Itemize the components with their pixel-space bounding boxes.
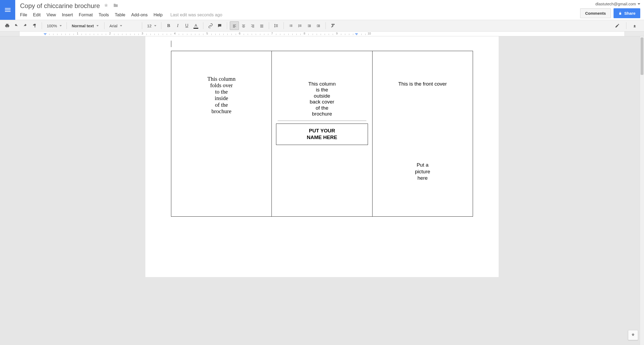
clear-formatting-button[interactable] [328,21,337,30]
text-cursor [171,41,171,47]
align-center-button[interactable] [239,21,248,30]
collapse-toolbar-button[interactable] [630,21,639,30]
insert-link-button[interactable] [206,21,215,30]
brochure-panel-3[interactable]: This is the front cover Put apicturehere [373,51,473,216]
brochure-panel-1[interactable]: This columnfolds overto theinsideof theb… [171,51,272,216]
ruler-number: 5 [206,32,208,35]
account-dropdown-icon [638,3,640,5]
menu-format[interactable]: Format [76,12,96,17]
menu-help[interactable]: Help [151,12,166,17]
print-button[interactable] [3,21,12,30]
document-title[interactable]: Copy of chiccarine brochure [20,2,100,10]
toolbar: 100% Normal text Arial 12 B I U A [0,20,644,32]
panel2-name-box[interactable]: PUT YOURNAME HERE [276,124,368,145]
last-edit-label[interactable]: Last edit was seconds ago [170,12,222,17]
account-email[interactable]: dlastutech@gmail.com [595,2,640,6]
ruler-left-indent-marker[interactable] [44,33,47,35]
bold-button[interactable]: B [164,21,173,30]
panel2-text[interactable]: This columnis theoutsideback coverof the… [276,81,368,117]
menu-table[interactable]: Table [112,12,128,17]
explore-button[interactable] [628,330,638,340]
editing-mode-button[interactable] [613,21,622,30]
panel2-divider [278,121,366,121]
docs-home-button[interactable] [0,0,15,20]
svg-point-1 [298,25,299,26]
menu-bar: File Edit View Insert Format Tools Table… [20,11,580,19]
ruler-number: 7 [271,32,273,35]
font-family-value: Arial [109,24,117,28]
document-page[interactable]: This columnfolds overto theinsideof theb… [145,36,499,277]
italic-button[interactable]: I [173,21,182,30]
bulleted-list-button[interactable] [296,21,305,30]
panel3-title[interactable]: This is the front cover [376,81,469,87]
ruler-number: 6 [239,32,240,35]
increase-indent-button[interactable] [314,21,323,30]
ruler-right-indent-marker[interactable] [355,33,358,35]
panel3-picture-placeholder[interactable]: Put apicturehere [376,162,469,182]
share-label: Share [624,11,635,16]
align-right-button[interactable] [248,21,257,30]
menu-addons[interactable]: Add-ons [128,12,150,17]
menu-view[interactable]: View [44,12,59,17]
ruler-number: 1 [77,32,78,35]
ruler-number: 8 [304,32,305,35]
align-left-button[interactable] [230,21,239,30]
ruler-number: 10 [368,32,371,35]
ruler-number: 9 [336,32,337,35]
insert-comment-button[interactable] [215,21,224,30]
undo-button[interactable] [12,21,21,30]
paragraph-style-select[interactable]: Normal text [69,21,102,30]
brochure-panel-2[interactable]: This columnis theoutsideback coverof the… [272,51,372,216]
ruler-number: 2 [109,32,111,35]
underline-button[interactable]: U [182,21,191,30]
svg-point-2 [298,26,299,27]
paint-format-button[interactable] [30,21,39,30]
font-size-value: 12 [147,24,152,28]
menu-tools[interactable]: Tools [96,12,112,17]
account-area: dlastutech@gmail.com Comments Share [580,0,644,20]
brochure-table[interactable]: This columnfolds overto theinsideof theb… [171,51,473,217]
vertical-scrollbar[interactable] [640,36,644,345]
ruler-number: 3 [142,32,143,35]
numbered-list-button[interactable] [286,21,296,30]
horizontal-ruler[interactable]: 12345678910 [0,32,644,36]
document-canvas[interactable]: This columnfolds overto theinsideof theb… [0,36,644,345]
font-size-select[interactable]: 12 [145,21,158,30]
redo-button[interactable] [21,21,30,30]
comments-button[interactable]: Comments [580,8,611,18]
panel1-text[interactable]: This columnfolds overto theinsideof theb… [175,76,268,114]
menu-insert[interactable]: Insert [59,12,76,17]
line-spacing-button[interactable] [272,21,281,30]
titlebar: Copy of chiccarine brochure File Edit Vi… [0,0,644,20]
zoom-select[interactable]: 100% [45,21,64,30]
scrollbar-thumb[interactable] [641,37,643,75]
font-family-select[interactable]: Arial [107,21,139,30]
paragraph-style-value: Normal text [72,24,94,28]
ruler-number: 4 [174,32,176,35]
move-to-folder-icon[interactable] [113,3,119,9]
menu-file[interactable]: File [20,12,30,17]
share-button[interactable]: Share [614,8,640,18]
star-icon[interactable] [104,3,108,9]
title-area: Copy of chiccarine brochure File Edit Vi… [15,0,580,20]
align-justify-button[interactable] [257,21,266,30]
menu-edit[interactable]: Edit [30,12,44,17]
text-color-button[interactable]: A [191,21,200,30]
account-email-text: dlastutech@gmail.com [595,2,636,6]
decrease-indent-button[interactable] [305,21,314,30]
zoom-value: 100% [47,24,57,28]
svg-point-0 [298,24,299,25]
lock-icon [618,11,622,15]
